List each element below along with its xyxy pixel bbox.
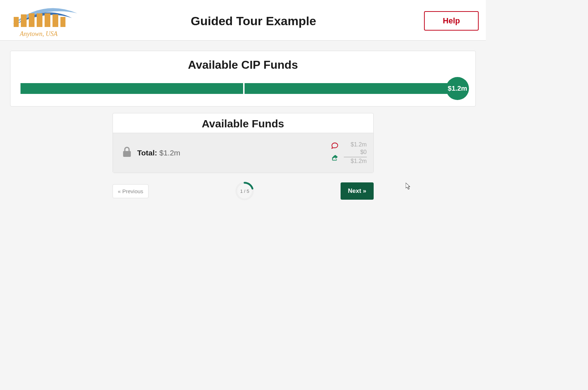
svg-rect-3 xyxy=(37,13,42,27)
tour-nav: « Previous 1 / 5 Next » xyxy=(113,181,374,201)
amount-divider xyxy=(344,157,367,157)
available-funds-title: Available Funds xyxy=(113,113,373,133)
logo-subtitle: Anytown, USA xyxy=(20,30,58,38)
svg-rect-1 xyxy=(21,14,27,27)
cip-bar-segment-2 xyxy=(245,83,466,94)
next-button[interactable]: Next » xyxy=(341,182,373,200)
logo[interactable]: Anytown, USA xyxy=(7,4,83,38)
cip-bar-badge: $1.2m xyxy=(446,77,469,100)
cip-progress-bar: $1.2m xyxy=(20,83,465,94)
total-label: Total: xyxy=(137,149,158,157)
cip-bar-segment-1 xyxy=(20,83,243,94)
amount-breakdown: $1.2m $0 $1.2m xyxy=(344,141,367,165)
amount-bottom: $1.2m xyxy=(344,158,367,165)
svg-rect-0 xyxy=(14,17,19,27)
cip-funds-title: Available CIP Funds xyxy=(20,58,465,72)
svg-rect-5 xyxy=(53,14,58,27)
help-button[interactable]: Help xyxy=(424,11,479,31)
tour-progress-text: 1 / 5 xyxy=(240,189,249,194)
amount-mid: $0 xyxy=(344,149,367,156)
city-logo-icon xyxy=(7,4,83,33)
available-funds-body: Total: $1.2m $1.2m $ xyxy=(113,133,373,173)
total-value: $1.2m xyxy=(159,149,180,157)
cip-funds-card: Available CIP Funds $1.2m xyxy=(10,51,476,106)
available-funds-card: Available Funds Total: $1.2m xyxy=(113,113,374,173)
app-header: Anytown, USA Guided Tour Example Help xyxy=(0,0,486,41)
amount-top: $1.2m xyxy=(344,141,367,149)
svg-rect-6 xyxy=(60,17,65,27)
tour-progress-ring: 1 / 5 xyxy=(234,181,255,201)
svg-rect-2 xyxy=(29,13,35,27)
lock-icon xyxy=(122,146,132,160)
comment-icon[interactable] xyxy=(331,142,339,151)
share-icon[interactable] xyxy=(331,154,339,164)
total-text: Total: $1.2m xyxy=(137,149,181,157)
previous-button[interactable]: « Previous xyxy=(113,184,149,198)
svg-rect-4 xyxy=(45,13,50,27)
page-title: Guided Tour Example xyxy=(83,14,424,28)
